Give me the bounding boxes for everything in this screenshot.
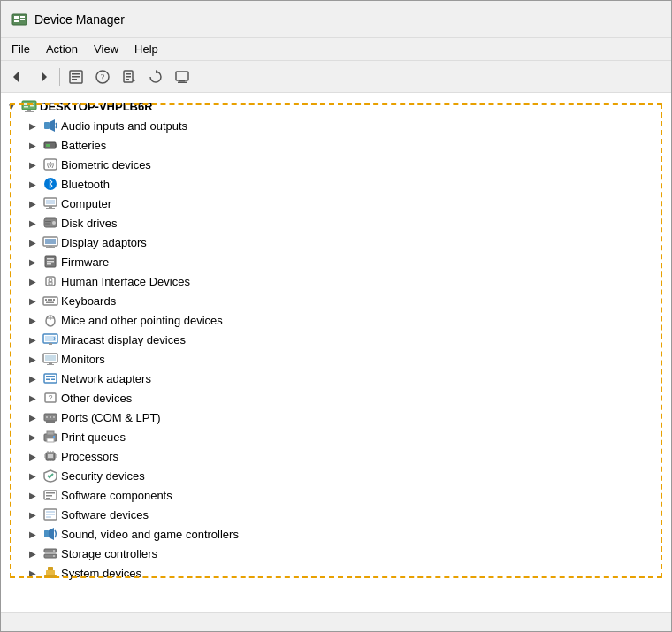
menu-action[interactable]: Action — [39, 41, 85, 57]
software-components-icon — [42, 487, 58, 503]
list-item[interactable]: Print queues — [1, 427, 671, 446]
root-expand-arrow[interactable] — [4, 99, 19, 113]
svg-rect-21 — [178, 81, 187, 83]
expand-arrow[interactable] — [26, 527, 40, 541]
item-label: Human Interface Devices — [61, 275, 197, 288]
expand-arrow[interactable] — [26, 430, 40, 444]
update-driver-button[interactable] — [117, 65, 141, 89]
item-label: Display adaptors — [61, 236, 154, 249]
svg-rect-58 — [48, 299, 50, 301]
svg-rect-101 — [46, 495, 52, 497]
computer-icon — [42, 195, 58, 211]
list-item[interactable]: System devices — [1, 563, 671, 583]
list-item[interactable]: Human Interface Devices — [1, 271, 671, 291]
list-item[interactable]: Processors — [1, 446, 671, 466]
expand-arrow[interactable] — [26, 332, 40, 346]
list-item[interactable]: Audio inputs and outputs — [1, 116, 671, 135]
sound-icon — [42, 526, 58, 542]
expand-arrow[interactable] — [26, 352, 40, 366]
svg-rect-34 — [44, 159, 57, 170]
menu-view[interactable]: View — [87, 41, 126, 57]
list-item[interactable]: Ports (COM & LPT) — [1, 407, 671, 427]
network-icon — [42, 370, 58, 386]
list-item[interactable]: Biometric devices — [1, 155, 671, 174]
hid-icon — [42, 273, 58, 289]
item-label: Network adapters — [61, 372, 158, 385]
svg-rect-20 — [179, 80, 185, 82]
expand-arrow[interactable] — [26, 507, 40, 522]
svg-rect-61 — [46, 302, 54, 304]
open-properties-button[interactable] — [64, 65, 88, 89]
expand-arrow[interactable] — [26, 546, 40, 560]
menu-help[interactable]: Help — [127, 41, 165, 57]
list-item[interactable]: Batteries — [1, 135, 671, 155]
list-item[interactable]: Computer — [1, 194, 671, 213]
list-item[interactable]: Keyboards — [1, 291, 671, 310]
menu-file[interactable]: File — [4, 41, 37, 57]
svg-point-86 — [53, 436, 55, 438]
svg-rect-4 — [20, 19, 25, 20]
root-node[interactable]: DESKTOP-VHPLB6R — [1, 96, 671, 116]
list-item[interactable]: Software components — [1, 485, 671, 505]
display-button[interactable] — [170, 65, 195, 89]
expand-arrow[interactable] — [26, 274, 40, 288]
list-item[interactable]: Network adapters — [1, 369, 671, 388]
list-item[interactable]: Storage controllers — [1, 544, 671, 563]
expand-arrow[interactable] — [26, 157, 40, 171]
svg-rect-51 — [47, 261, 54, 263]
svg-rect-40 — [46, 208, 55, 209]
list-item[interactable]: ? Other devices — [1, 388, 671, 407]
content-area[interactable]: DESKTOP-VHPLB6R Audio inputs and outputs — [1, 93, 671, 612]
expand-arrow[interactable] — [26, 488, 40, 502]
svg-rect-106 — [46, 516, 51, 518]
item-label: Monitors — [61, 353, 112, 366]
scan-changes-button[interactable] — [143, 65, 168, 89]
svg-text:?: ? — [48, 393, 52, 402]
list-item[interactable]: Miracast display devices — [1, 330, 671, 349]
expand-arrow[interactable] — [26, 566, 40, 580]
list-item[interactable]: Software devices — [1, 505, 671, 524]
svg-rect-67 — [49, 343, 52, 345]
list-item[interactable]: Mice and other pointing devices — [1, 310, 671, 330]
svg-rect-75 — [51, 379, 55, 381]
item-label: Sound, video and game controllers — [61, 528, 246, 541]
expand-arrow[interactable] — [26, 313, 40, 327]
svg-marker-5 — [13, 72, 19, 82]
toolbar: ? — [1, 61, 671, 93]
list-item[interactable]: Disk drives — [1, 213, 671, 232]
firmware-icon — [42, 254, 58, 270]
expand-arrow[interactable] — [26, 468, 40, 483]
back-button[interactable] — [4, 65, 29, 89]
svg-rect-82 — [46, 421, 55, 423]
list-item[interactable]: Sound, video and game controllers — [1, 524, 671, 544]
expand-arrow[interactable] — [26, 449, 40, 463]
item-label: Software components — [61, 489, 179, 502]
expand-arrow[interactable] — [26, 196, 40, 210]
svg-rect-46 — [45, 239, 56, 244]
forward-button[interactable] — [31, 65, 56, 89]
svg-rect-59 — [50, 299, 52, 301]
expand-arrow[interactable] — [26, 118, 40, 133]
svg-rect-44 — [45, 224, 50, 225]
list-item[interactable]: Display adaptors — [1, 232, 671, 252]
list-item[interactable]: ᛒ Bluetooth — [1, 174, 671, 194]
expand-arrow[interactable] — [26, 371, 40, 385]
app-icon — [11, 11, 27, 27]
expand-arrow[interactable] — [26, 216, 40, 230]
list-item[interactable]: Firmware — [1, 252, 671, 271]
expand-arrow[interactable] — [26, 235, 40, 249]
expand-arrow[interactable] — [26, 138, 40, 152]
expand-arrow[interactable] — [26, 293, 40, 308]
help-button[interactable]: ? — [90, 65, 115, 89]
svg-rect-39 — [49, 206, 52, 208]
expand-arrow[interactable] — [26, 410, 40, 424]
list-item[interactable]: Monitors — [1, 349, 671, 369]
expand-arrow[interactable] — [26, 177, 40, 191]
expand-arrow[interactable] — [26, 255, 40, 269]
expand-arrow[interactable] — [26, 391, 40, 405]
svg-rect-85 — [47, 438, 54, 442]
svg-rect-115 — [48, 567, 53, 570]
security-icon — [42, 468, 58, 484]
list-item[interactable]: Security devices — [1, 466, 671, 485]
biometric-icon — [42, 156, 58, 172]
